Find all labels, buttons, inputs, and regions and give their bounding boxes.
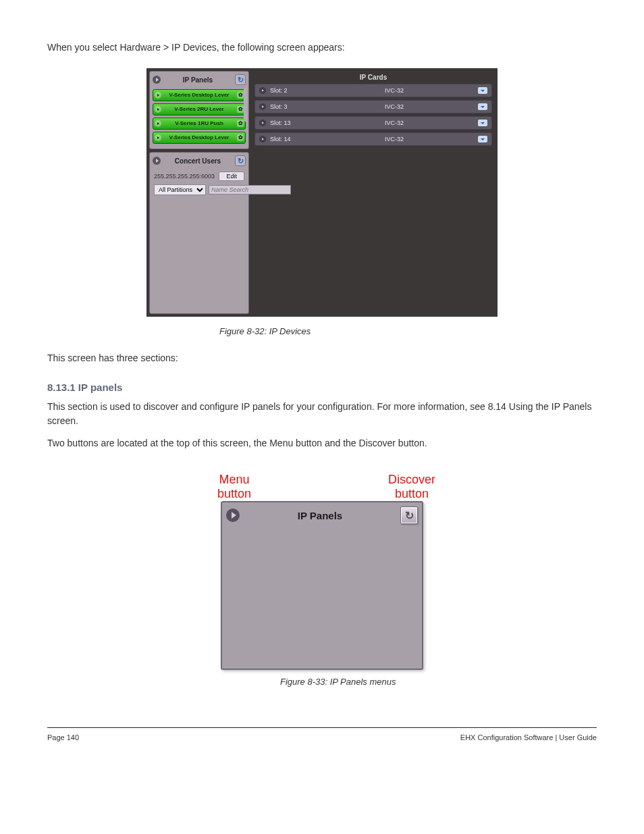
expand-icon[interactable] bbox=[259, 103, 266, 110]
dropdown-icon[interactable] bbox=[478, 87, 487, 94]
footer-title: EHX Configuration Software | User Guide bbox=[460, 733, 597, 741]
ip-devices-figure: IP Panels ↻ V-Series Desktop Lever✿ V-Se… bbox=[146, 68, 498, 317]
section-heading: 8.13.1 IP panels bbox=[47, 382, 597, 393]
concert-menu-button[interactable] bbox=[153, 157, 161, 165]
ip-panels-panel: IP Panels ↻ V-Series Desktop Lever✿ V-Se… bbox=[149, 71, 249, 149]
ip-panels-menu-button[interactable] bbox=[153, 76, 161, 84]
section-p1: This section is used to discover and con… bbox=[47, 400, 597, 428]
ip-card-row[interactable]: Slot: 14IVC-32 bbox=[254, 132, 492, 146]
footer-page: Page 140 bbox=[47, 733, 79, 741]
section-p2: Two buttons are located at the top of th… bbox=[47, 436, 597, 450]
gear-icon[interactable]: ✿ bbox=[237, 106, 244, 113]
ip-panels-menu-figure: Menu button Discover button IP Panels ↻ bbox=[221, 501, 423, 670]
edit-button[interactable]: Edit bbox=[219, 172, 244, 181]
concert-title: Concert Users bbox=[161, 157, 235, 165]
concert-address: 255.255.255.255:6003 bbox=[154, 173, 216, 180]
ip-panels-title-big: IP Panels bbox=[240, 510, 400, 521]
concert-refresh-button[interactable]: ↻ bbox=[235, 155, 246, 166]
ip-card-row[interactable]: Slot: 13IVC-32 bbox=[254, 116, 492, 130]
ip-panel-item[interactable]: V-Series 2RU Lever✿ bbox=[153, 103, 246, 115]
intro-p1: When you select Hardware > IP Devices, t… bbox=[47, 41, 597, 55]
expand-icon[interactable] bbox=[259, 120, 266, 126]
intro-p2: This screen has three sections: bbox=[47, 351, 597, 365]
figure-caption-1: Figure 8-32: IP Devices bbox=[219, 326, 597, 336]
menu-button-big[interactable] bbox=[226, 509, 240, 522]
ip-panel-item[interactable]: V-Series Desktop Lever✿ bbox=[153, 132, 246, 144]
footer-rule bbox=[47, 727, 597, 728]
dropdown-icon[interactable] bbox=[478, 103, 487, 110]
expand-icon[interactable] bbox=[155, 92, 161, 99]
concert-users-panel: Concert Users ↻ 255.255.255.255:6003 Edi… bbox=[149, 152, 249, 314]
figure-caption-2: Figure 8-33: IP Panels menus bbox=[280, 677, 597, 687]
expand-icon[interactable] bbox=[155, 134, 161, 141]
callout-discover: Discover button bbox=[381, 473, 442, 500]
gear-icon[interactable]: ✿ bbox=[237, 92, 244, 99]
callout-menu: Menu button bbox=[211, 473, 258, 500]
ip-panels-discover-button[interactable]: ↻ bbox=[235, 74, 246, 85]
expand-icon[interactable] bbox=[259, 136, 266, 142]
ip-cards-title: IP Cards bbox=[252, 71, 495, 84]
scrollbar[interactable] bbox=[244, 88, 247, 122]
gear-icon[interactable]: ✿ bbox=[237, 120, 244, 127]
ip-panel-item[interactable]: V-Series 1RU Push✿ bbox=[153, 118, 246, 130]
dropdown-icon[interactable] bbox=[478, 136, 487, 142]
expand-icon[interactable] bbox=[155, 106, 161, 113]
ip-card-row[interactable]: Slot: 3IVC-32 bbox=[254, 100, 492, 113]
expand-icon[interactable] bbox=[155, 120, 161, 127]
gear-icon[interactable]: ✿ bbox=[237, 134, 244, 141]
dropdown-icon[interactable] bbox=[478, 120, 487, 126]
discover-button-big[interactable]: ↻ bbox=[400, 506, 418, 524]
ip-panels-title: IP Panels bbox=[161, 76, 235, 84]
ip-panel-item[interactable]: V-Series Desktop Lever✿ bbox=[153, 89, 246, 101]
ip-card-row[interactable]: Slot: 2IVC-32 bbox=[254, 84, 492, 97]
partition-select[interactable]: All Partitions bbox=[154, 184, 206, 195]
expand-icon[interactable] bbox=[259, 87, 266, 94]
